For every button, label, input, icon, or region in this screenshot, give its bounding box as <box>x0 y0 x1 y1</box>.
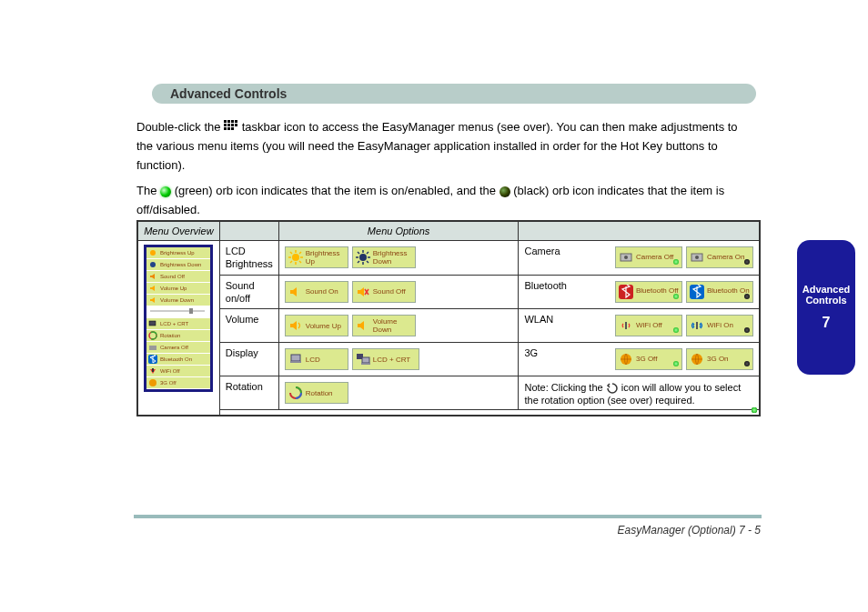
svg-point-11 <box>150 250 156 256</box>
led-icon <box>744 259 750 265</box>
camera-off-button[interactable]: Camera Off <box>615 246 682 268</box>
mini-item: Bluetooth On <box>146 354 210 366</box>
svg-rect-6 <box>231 124 234 126</box>
led-icon <box>673 259 679 265</box>
sound-off-button[interactable]: Sound Off <box>352 281 416 303</box>
table-row: Brightness Up Brightness Down Sound Off … <box>138 241 760 276</box>
mini-item: Brightness Up <box>146 247 210 259</box>
btn-label: WiFi On <box>707 321 733 330</box>
3g-off-button[interactable]: 3G Off <box>615 348 682 370</box>
svg-point-21 <box>149 379 156 386</box>
display-icon <box>147 319 158 328</box>
wifi-icon <box>147 366 158 376</box>
table-row: Display LCD LCD + CRT 3G 3G Off 3G On <box>138 343 760 376</box>
svg-rect-9 <box>227 127 230 130</box>
section-header: Advanced Controls <box>152 84 756 104</box>
btn-label: LCD <box>306 356 320 364</box>
svg-rect-46 <box>625 322 627 329</box>
sound-on-button[interactable]: Sound On <box>285 281 348 303</box>
mini-item: LCD + CRT <box>146 318 210 330</box>
led-icon <box>744 294 750 299</box>
row-btns: 3G 3G Off 3G On <box>519 343 760 376</box>
footer-rule <box>134 515 762 518</box>
btn-label: Sound On <box>306 287 338 296</box>
mini-text: Bluetooth On <box>160 356 192 362</box>
svg-rect-18 <box>149 346 156 350</box>
svg-point-41 <box>624 256 628 259</box>
led-icon <box>673 327 679 333</box>
row-note: Note: Clicking the icon will allow you t… <box>519 376 760 410</box>
side-line1: Advanced <box>802 284 851 295</box>
mini-text: Sound Off <box>160 274 185 279</box>
mini-text: Volume Down <box>160 297 194 303</box>
svg-rect-13 <box>150 310 205 312</box>
btn-label: Volume Up <box>306 322 341 330</box>
svg-rect-5 <box>227 124 230 126</box>
taskbar-grid-icon <box>224 120 238 131</box>
col-label: Bluetooth <box>524 280 566 291</box>
mini-menu-panel: Brightness Up Brightness Down Sound Off … <box>144 245 213 392</box>
btn-label: Camera Off <box>636 253 673 262</box>
orb-green-icon <box>160 186 171 197</box>
svg-line-38 <box>367 252 368 254</box>
row-label: Volume <box>219 309 278 343</box>
rotate-icon <box>147 331 158 340</box>
svg-line-30 <box>290 261 292 263</box>
orb-dark-icon <box>500 186 510 197</box>
lcd-button[interactable]: LCD <box>285 348 348 370</box>
sun-icon <box>147 248 158 257</box>
btn-label: 3G Off <box>636 355 657 364</box>
th-blank <box>219 222 278 241</box>
globe-icon <box>690 352 704 366</box>
mini-slider <box>146 306 210 316</box>
camera-icon <box>619 250 633 265</box>
row-btns: Rotation <box>278 376 519 410</box>
volume-up-button[interactable]: Volume Up <box>285 315 348 336</box>
camera-on-button[interactable]: Camera On <box>686 246 753 268</box>
speaker-icon <box>288 285 303 299</box>
bluetooth-off-button[interactable]: Bluetooth Off <box>615 281 682 303</box>
svg-rect-49 <box>290 361 301 363</box>
mini-text: Rotation <box>160 333 180 338</box>
wifi-off-button[interactable]: WiFi Off <box>615 315 682 336</box>
brightness-down-button[interactable]: Brightness Down <box>352 246 416 268</box>
row-label: Sound on/off <box>219 275 278 309</box>
svg-rect-3 <box>235 120 237 123</box>
svg-line-36 <box>358 252 359 254</box>
row-btns: Brightness Up Brightness Down <box>278 241 519 276</box>
volume-down-button[interactable]: Volume Down <box>352 315 416 336</box>
svg-rect-10 <box>231 127 234 130</box>
th-menu-options: Menu Options <box>278 222 519 241</box>
svg-rect-2 <box>231 120 234 123</box>
mini-text: Volume Up <box>160 286 187 291</box>
mini-item: Brightness Down <box>146 259 210 271</box>
intro-text: Double-click the taskbar icon to access … <box>136 118 755 220</box>
row-btns: Bluetooth Bluetooth Off Bluetooth On <box>519 275 760 309</box>
svg-line-28 <box>299 261 301 263</box>
svg-rect-14 <box>189 308 193 314</box>
mini-text: Camera Off <box>160 345 188 350</box>
3g-on-button[interactable]: 3G On <box>686 348 753 370</box>
brightness-up-button[interactable]: Brightness Up <box>285 246 348 268</box>
svg-point-12 <box>150 262 156 267</box>
btn-label: Sound Off <box>373 287 406 296</box>
mini-item: WiFi Off <box>146 366 210 377</box>
rotation-button[interactable]: Rotation <box>285 382 348 404</box>
wifi-on-button[interactable]: WiFi On <box>686 315 753 336</box>
wifi-off-icon <box>619 318 633 333</box>
row-label: Display <box>219 343 278 376</box>
globe-icon <box>147 378 158 387</box>
lcd-crt-button[interactable]: LCD + CRT <box>352 348 419 370</box>
sun-dark-icon <box>147 260 158 269</box>
speaker-off-icon <box>147 272 158 281</box>
row-label: LCD Brightness <box>219 241 278 276</box>
row-btns: LCD LCD + CRT <box>278 343 519 376</box>
table-row: Sound on/off Sound On Sound Off Bluetoot… <box>138 275 760 309</box>
options-table: Menu Overview Menu Options Brightness Up… <box>136 220 761 416</box>
mini-text: Brightness Up <box>160 250 195 256</box>
camera-icon <box>690 250 704 265</box>
svg-rect-8 <box>224 127 227 130</box>
row-btns: Volume Up Volume Down <box>278 309 519 343</box>
bluetooth-on-button[interactable]: Bluetooth On <box>686 281 753 303</box>
svg-point-22 <box>292 254 299 261</box>
